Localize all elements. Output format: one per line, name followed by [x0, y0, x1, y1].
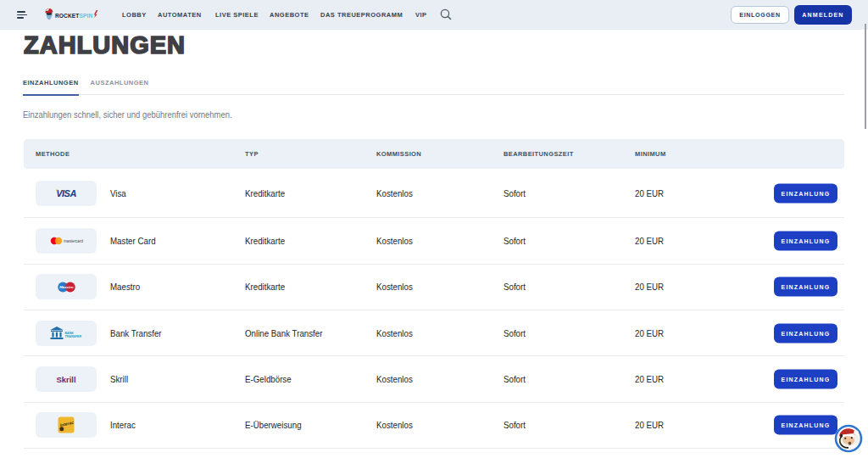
svg-text:Skrill: Skrill [56, 375, 75, 384]
svg-text:VISA: VISA [56, 188, 76, 198]
svg-text:Maestro: Maestro [59, 285, 74, 289]
svg-text:mastercard: mastercard [64, 239, 83, 243]
svg-text:TRANSFER: TRANSFER [65, 335, 82, 338]
